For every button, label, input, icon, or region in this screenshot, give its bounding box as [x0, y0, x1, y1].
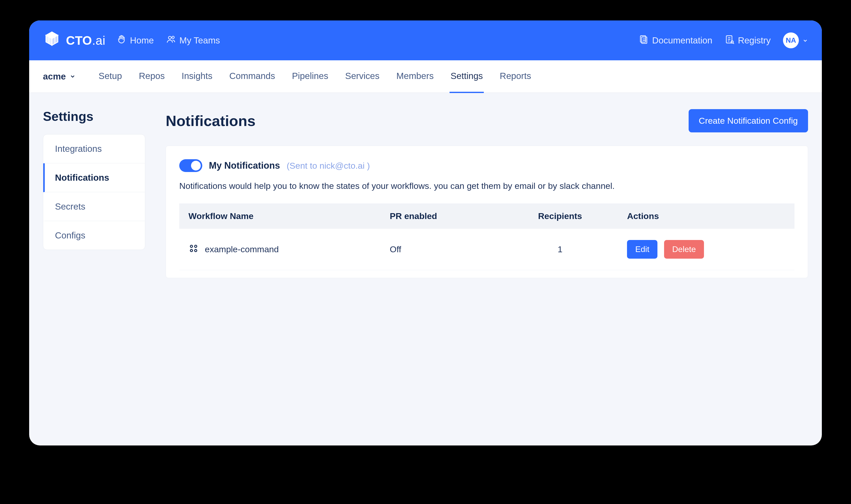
brand-text: CTO.ai [66, 34, 105, 48]
my-notifications-row: My Notifications (Sent to nick@cto.ai ) [179, 159, 795, 172]
nav-my-teams-label: My Teams [179, 35, 220, 46]
notifications-panel: My Notifications (Sent to nick@cto.ai ) … [166, 146, 808, 278]
command-grid-icon [189, 243, 199, 256]
sidebar-item-configs[interactable]: Configs [43, 221, 145, 250]
sidebar-item-integrations[interactable]: Integrations [43, 134, 145, 163]
tab-members[interactable]: Members [395, 60, 435, 93]
my-notifications-label: My Notifications [209, 160, 280, 171]
svg-point-18 [195, 249, 197, 252]
workflow-name: example-command [205, 244, 279, 254]
tab-commands[interactable]: Commands [228, 60, 276, 93]
create-notification-config-button[interactable]: Create Notification Config [689, 109, 808, 132]
tab-setup[interactable]: Setup [98, 60, 123, 93]
svg-point-4 [172, 36, 174, 39]
nav-registry-label: Registry [738, 35, 771, 46]
recipients-value: 1 [502, 229, 618, 270]
user-menu[interactable]: NA [783, 33, 808, 48]
team-selector[interactable]: acme [43, 71, 76, 82]
nav-documentation-label: Documentation [652, 35, 712, 46]
svg-point-15 [190, 245, 193, 247]
col-recipients: Recipients [502, 203, 618, 229]
sidebar-menu: Integrations Notifications Secrets Confi… [43, 134, 145, 250]
brand-logo-block[interactable]: CTO.ai [43, 31, 105, 50]
team-name: acme [43, 71, 66, 82]
tab-pipelines[interactable]: Pipelines [291, 60, 329, 93]
chevron-down-icon [70, 71, 76, 82]
delete-button[interactable]: Delete [664, 240, 704, 259]
app-window: CTO.ai Home M [29, 20, 822, 446]
svg-point-17 [190, 249, 193, 252]
registry-icon [725, 35, 734, 46]
workflows-table: Workflow Name PR enabled Recipients Acti… [179, 203, 795, 270]
tab-insights[interactable]: Insights [180, 60, 214, 93]
topnav: Home My Teams [117, 35, 220, 46]
workflow-name-cell: example-command [189, 243, 371, 256]
subnav-wrap: acme Setup Repos Insights Commands Pipel… [29, 60, 822, 93]
col-workflow-name: Workflow Name [179, 203, 380, 229]
nav-registry[interactable]: Registry [725, 35, 771, 46]
tab-settings[interactable]: Settings [449, 60, 484, 93]
toggle-knob [191, 161, 201, 170]
sidebar-item-secrets[interactable]: Secrets [43, 192, 145, 221]
tab-services[interactable]: Services [344, 60, 380, 93]
sidebar-title: Settings [43, 109, 145, 124]
subnav: acme Setup Repos Insights Commands Pipel… [29, 60, 822, 92]
svg-point-3 [168, 36, 171, 39]
nav-home[interactable]: Home [117, 35, 154, 46]
chevron-down-icon [802, 35, 808, 46]
edit-button[interactable]: Edit [627, 240, 657, 259]
tab-repos[interactable]: Repos [138, 60, 166, 93]
nav-home-label: Home [130, 35, 154, 46]
documentation-icon [639, 35, 649, 46]
topnav-right: Documentation Registry NA [639, 33, 808, 48]
tab-reports[interactable]: Reports [499, 60, 532, 93]
svg-point-16 [195, 245, 197, 247]
page-body: Settings Integrations Notifications Secr… [29, 93, 822, 446]
my-notifications-recipient: (Sent to nick@cto.ai ) [287, 161, 370, 171]
nav-my-teams[interactable]: My Teams [166, 35, 220, 46]
users-icon [166, 35, 176, 46]
nav-documentation[interactable]: Documentation [639, 35, 712, 46]
notifications-description: Notifications would help you to know the… [179, 180, 795, 192]
avatar-initials: NA [786, 36, 796, 44]
my-notifications-toggle[interactable] [179, 159, 202, 172]
col-pr-enabled: PR enabled [380, 203, 502, 229]
main-header: Notifications Create Notification Config [166, 109, 808, 132]
settings-sidebar: Settings Integrations Notifications Secr… [43, 109, 145, 415]
col-actions: Actions [618, 203, 795, 229]
main-content: Notifications Create Notification Config… [166, 109, 808, 415]
page-title: Notifications [166, 112, 255, 129]
topbar: CTO.ai Home M [29, 20, 822, 60]
pr-enabled-value: Off [380, 229, 502, 270]
svg-line-14 [733, 43, 734, 44]
table-row: example-command Off 1 Edit Delete [179, 229, 795, 270]
avatar: NA [783, 33, 799, 48]
cube-logo-icon [43, 31, 61, 50]
sidebar-item-notifications[interactable]: Notifications [43, 163, 145, 192]
hand-wave-icon [117, 35, 126, 46]
